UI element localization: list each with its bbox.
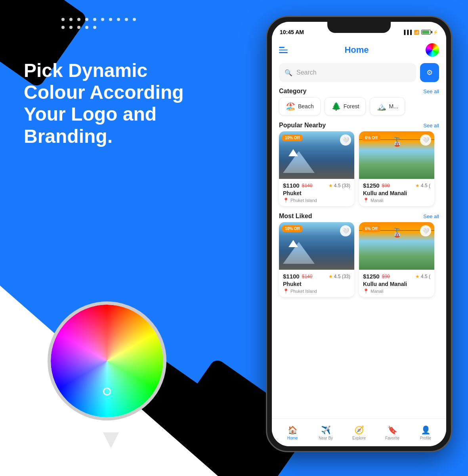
- explore-icon: 🧭: [354, 425, 364, 435]
- wifi-icon: 📶: [414, 30, 419, 35]
- kullu-location: 📍 Manali: [363, 198, 430, 203]
- location-pin-icon-2: 📍: [363, 198, 369, 203]
- kullu-badge-2: 6% Off: [362, 225, 380, 232]
- menu-line-2: [279, 50, 288, 51]
- scrollable-content: Category See all 🏖️ Beach 🌲 Forest: [272, 84, 446, 418]
- popular-nearby-cards: 10% Off 🤍 $1100 $140 ★ 4.5 (33): [272, 131, 446, 209]
- dots-pattern: [61, 18, 141, 29]
- color-theme-icon[interactable]: [426, 43, 439, 57]
- category-header: Category See all: [272, 84, 446, 97]
- star-icon-4: ★: [415, 274, 420, 279]
- app-content: Home 🔍 Search ⚙ C: [272, 39, 446, 446]
- card-kullu-image: 🚡 6% Off 🤍: [359, 131, 434, 179]
- phone-notch: [327, 22, 391, 33]
- phuket-badge: 10% Off: [282, 134, 302, 141]
- kullu-body: $1250 $90 ★ 4.5 ( Kullu and Manali �: [359, 179, 434, 206]
- phone-screen: 10:45 AM ▐▐▐ 📶 ⚡: [272, 22, 446, 446]
- category-mountain[interactable]: 🏔️ M...: [370, 97, 405, 115]
- headline: Pick Dynamic Colour According Your Logo …: [24, 60, 214, 147]
- location-pin-icon-3: 📍: [283, 288, 289, 294]
- most-liked-cards: 10% Off 🤍 $1100 $140 ★ 4.5 (33): [272, 222, 446, 300]
- kullu-body-2: $1250 $90 ★ 4.5 ( Kullu and Manali �: [359, 270, 434, 297]
- mountain-emoji: 🏔️: [376, 102, 386, 111]
- categories-row: 🏖️ Beach 🌲 Forest 🏔️ M...: [272, 97, 446, 119]
- app-header: Home: [272, 39, 446, 61]
- signal-icon: ▐▐▐: [403, 30, 412, 35]
- bottom-nav: 🏠 Home ✈️ Near By 🧭 Explore 🔖 Favorite: [272, 418, 446, 446]
- phuket-badge-2: 10% Off: [282, 225, 302, 232]
- phone-frame: 10:45 AM ▐▐▐ 📶 ⚡: [266, 16, 452, 452]
- menu-line-3: [279, 52, 288, 53]
- category-forest[interactable]: 🌲 Forest: [325, 97, 366, 115]
- phuket-favorite-2[interactable]: 🤍: [340, 225, 351, 236]
- search-bar[interactable]: 🔍 Search: [279, 63, 416, 82]
- phuket-price-old: $140: [302, 183, 313, 188]
- nav-nearby[interactable]: ✈️ Near By: [309, 425, 342, 440]
- filter-icon: ⚙: [426, 68, 433, 77]
- nav-home[interactable]: 🏠 Home: [276, 425, 309, 440]
- kullu-rating-val: 4.5 (: [421, 183, 430, 188]
- phone-container: 10:45 AM ▐▐▐ 📶 ⚡: [266, 16, 452, 452]
- star-icon: ★: [329, 183, 333, 188]
- category-beach[interactable]: 🏖️ Beach: [279, 97, 321, 115]
- phuket-price: $1100 $140 ★ 4.5 (33): [283, 182, 350, 189]
- nav-profile[interactable]: 👤 Profile: [409, 425, 442, 440]
- kullu-price-old-2: $90: [382, 274, 390, 279]
- location-pin-icon: 📍: [283, 198, 289, 203]
- kullu-rating-val-2: 4.5 (: [421, 274, 430, 279]
- nav-explore[interactable]: 🧭 Explore: [342, 425, 376, 440]
- page-title: Home: [344, 45, 369, 55]
- forest-label: Forest: [344, 103, 359, 109]
- kullu-favorite-2[interactable]: 🤍: [420, 225, 431, 236]
- nav-favorite[interactable]: 🔖 Favorite: [376, 425, 409, 440]
- filter-button[interactable]: ⚙: [420, 63, 439, 82]
- phuket-mountains-2: [279, 240, 354, 264]
- card-kullu[interactable]: 🚡 6% Off 🤍 $1250 $90 ★: [359, 131, 434, 206]
- most-liked-title: Most Liked: [279, 213, 312, 220]
- nav-profile-label: Profile: [420, 436, 431, 440]
- phuket-mountains: [279, 149, 354, 173]
- color-wheel-container: [48, 301, 174, 436]
- card-phuket[interactable]: 10% Off 🤍 $1100 $140 ★ 4.5 (33): [279, 131, 354, 206]
- kullu-location-text-2: Manali: [371, 289, 383, 294]
- kullu-name: Kullu and Manali: [363, 190, 430, 196]
- beach-label: Beach: [298, 103, 314, 109]
- charging-icon: ⚡: [433, 30, 438, 35]
- phuket-rating-val-2: 4.5 (33): [334, 274, 350, 279]
- profile-icon: 👤: [421, 425, 431, 435]
- cable-car-2: 🚡: [392, 228, 402, 238]
- most-liked-see-all[interactable]: See all: [423, 213, 439, 219]
- category-title: Category: [279, 88, 306, 95]
- most-liked-header: Most Liked See all: [272, 209, 446, 222]
- phuket-favorite[interactable]: 🤍: [340, 134, 351, 146]
- kullu-favorite[interactable]: 🤍: [420, 134, 431, 146]
- card-phuket-2[interactable]: 10% Off 🤍 $1100 $140 ★ 4.5 (33): [279, 222, 354, 297]
- phuket-location: 📍 Phuket Island: [283, 198, 350, 203]
- phuket-price-2: $1100 $140 ★ 4.5 (33): [283, 273, 350, 280]
- kullu-badge: 6% Off: [362, 134, 380, 141]
- search-placeholder: Search: [296, 69, 317, 76]
- kullu-price-main-2: $1250: [363, 273, 380, 280]
- menu-button[interactable]: [279, 47, 288, 53]
- card-phuket-image: 10% Off 🤍: [279, 131, 354, 179]
- popular-nearby-header: Popular Nearby See all: [272, 119, 446, 131]
- card-phuket-image-2: 10% Off 🤍: [279, 222, 354, 270]
- battery-icon: [421, 30, 431, 35]
- color-wheel-cursor[interactable]: [103, 388, 111, 395]
- star-icon-3: ★: [329, 274, 333, 279]
- search-container: 🔍 Search ⚙: [272, 61, 446, 84]
- card-kullu-2[interactable]: 🚡 6% Off 🤍 $1250 $90 ★: [359, 222, 434, 297]
- phuket-location-2: 📍 Phuket Island: [283, 288, 350, 294]
- menu-line-1: [279, 47, 285, 48]
- cable-car: 🚡: [392, 137, 402, 147]
- phuket-location-text: Phuket Island: [290, 198, 317, 203]
- mountain-label: M...: [389, 103, 398, 109]
- popular-nearby-see-all[interactable]: See all: [423, 123, 439, 129]
- kullu-price-main: $1250: [363, 182, 380, 189]
- kullu-rating: ★ 4.5 (: [415, 183, 430, 188]
- color-wheel[interactable]: [48, 301, 166, 420]
- phuket-price-main-2: $1100: [283, 273, 300, 280]
- category-see-all[interactable]: See all: [423, 88, 439, 94]
- popular-nearby-title: Popular Nearby: [279, 122, 326, 129]
- nav-home-label: Home: [287, 436, 298, 440]
